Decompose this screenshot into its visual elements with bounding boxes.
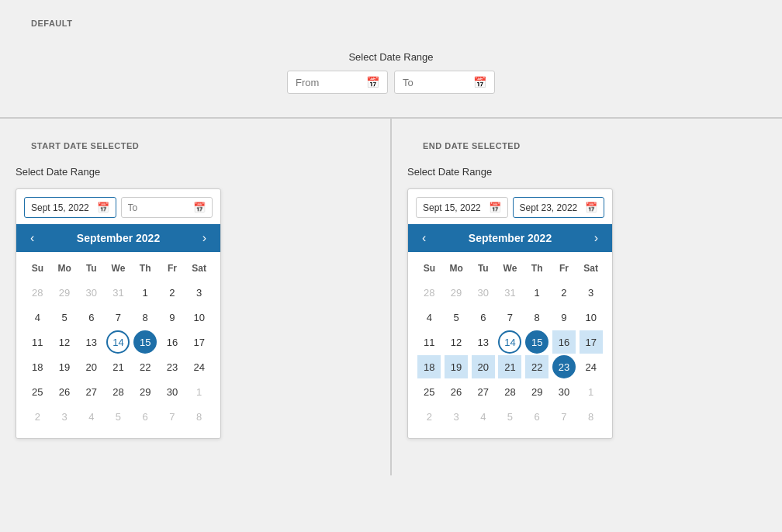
table-row[interactable]: 17 bbox=[188, 330, 211, 354]
table-row[interactable]: 31 bbox=[106, 281, 130, 304]
start-to-cal-icon[interactable]: 📅 bbox=[193, 202, 206, 213]
default-to-calendar-icon[interactable]: 📅 bbox=[473, 76, 486, 88]
table-row[interactable]: 28 bbox=[417, 281, 441, 304]
table-row[interactable]: 6 bbox=[133, 405, 157, 428]
end-range-18[interactable]: 18 bbox=[417, 355, 441, 378]
end-from-cal-icon[interactable]: 📅 bbox=[489, 202, 501, 213]
table-row[interactable]: 3 bbox=[53, 405, 76, 428]
table-row[interactable]: 11 bbox=[26, 330, 49, 354]
table-row[interactable]: 2 bbox=[26, 405, 49, 428]
table-row[interactable]: 18 bbox=[26, 355, 49, 378]
table-row[interactable]: 5 bbox=[106, 405, 130, 428]
end-range-19[interactable]: 19 bbox=[445, 355, 468, 378]
table-row[interactable]: 30 bbox=[552, 380, 576, 403]
table-row[interactable]: 30 bbox=[472, 281, 495, 304]
table-row[interactable]: 7 bbox=[498, 306, 521, 329]
table-row[interactable]: 28 bbox=[26, 281, 49, 304]
default-to-input[interactable] bbox=[403, 77, 472, 88]
table-row[interactable]: 8 bbox=[133, 306, 157, 329]
end-today-14[interactable]: 14 bbox=[498, 330, 521, 354]
table-row[interactable]: 1 bbox=[133, 281, 157, 304]
table-row[interactable]: 2 bbox=[161, 281, 184, 304]
table-row[interactable]: 22 bbox=[133, 355, 157, 378]
end-range-17[interactable]: 17 bbox=[580, 330, 603, 354]
start-to-input[interactable] bbox=[128, 202, 194, 213]
table-row[interactable]: 16 bbox=[161, 330, 184, 354]
table-row[interactable]: 29 bbox=[133, 380, 157, 403]
table-row[interactable]: 13 bbox=[80, 330, 103, 354]
end-selected-start-15[interactable]: 15 bbox=[525, 330, 548, 354]
table-row[interactable]: 30 bbox=[80, 281, 103, 304]
table-row[interactable]: 4 bbox=[80, 405, 103, 428]
end-to-input[interactable] bbox=[520, 202, 586, 213]
table-row[interactable]: 2 bbox=[552, 281, 576, 304]
table-row[interactable]: 29 bbox=[525, 380, 548, 403]
start-selected-15[interactable]: 15 bbox=[133, 330, 157, 354]
table-row[interactable]: 1 bbox=[525, 281, 548, 304]
end-range-21[interactable]: 21 bbox=[498, 355, 521, 378]
table-row[interactable]: 12 bbox=[445, 330, 468, 354]
table-row[interactable]: 9 bbox=[552, 306, 576, 329]
table-row[interactable]: 3 bbox=[580, 281, 603, 304]
table-row[interactable]: 24 bbox=[188, 355, 211, 378]
end-prev-month-button[interactable]: ‹ bbox=[419, 232, 429, 244]
table-row[interactable]: 4 bbox=[26, 306, 49, 329]
table-row[interactable]: 29 bbox=[53, 281, 76, 304]
start-next-month-button[interactable]: › bbox=[199, 232, 209, 244]
table-row[interactable]: 13 bbox=[472, 330, 495, 354]
default-from-wrapper[interactable]: 📅 bbox=[287, 71, 388, 94]
end-from-wrapper[interactable]: 📅 bbox=[416, 197, 508, 218]
end-to-wrapper[interactable]: 📅 bbox=[513, 197, 605, 218]
table-row[interactable]: 25 bbox=[26, 380, 49, 403]
default-from-input[interactable] bbox=[296, 77, 365, 88]
table-row[interactable]: 28 bbox=[498, 380, 521, 403]
start-from-input[interactable] bbox=[31, 202, 97, 213]
table-row[interactable]: 7 bbox=[552, 405, 576, 428]
table-row[interactable]: 3 bbox=[445, 405, 468, 428]
table-row[interactable]: 8 bbox=[525, 306, 548, 329]
default-from-calendar-icon[interactable]: 📅 bbox=[366, 76, 379, 88]
table-row[interactable]: 6 bbox=[80, 306, 103, 329]
table-row[interactable]: 7 bbox=[161, 405, 184, 428]
start-from-cal-icon[interactable]: 📅 bbox=[97, 202, 109, 213]
table-row[interactable]: 31 bbox=[498, 281, 521, 304]
default-to-wrapper[interactable]: 📅 bbox=[394, 71, 495, 94]
table-row[interactable]: 4 bbox=[472, 405, 495, 428]
table-row[interactable]: 25 bbox=[417, 380, 441, 403]
table-row[interactable]: 8 bbox=[580, 405, 603, 428]
end-range-20[interactable]: 20 bbox=[472, 355, 495, 378]
table-row[interactable]: 27 bbox=[80, 380, 103, 403]
table-row[interactable]: 12 bbox=[53, 330, 76, 354]
start-today-14[interactable]: 14 bbox=[106, 330, 130, 354]
table-row[interactable]: 20 bbox=[80, 355, 103, 378]
table-row[interactable]: 5 bbox=[53, 306, 76, 329]
table-row[interactable]: 3 bbox=[188, 281, 211, 304]
table-row[interactable]: 23 bbox=[161, 355, 184, 378]
table-row[interactable]: 9 bbox=[161, 306, 184, 329]
table-row[interactable]: 2 bbox=[417, 405, 441, 428]
end-range-22[interactable]: 22 bbox=[525, 355, 548, 378]
table-row[interactable]: 24 bbox=[580, 355, 603, 378]
table-row[interactable]: 26 bbox=[53, 380, 76, 403]
table-row[interactable]: 5 bbox=[498, 405, 521, 428]
table-row[interactable]: 4 bbox=[417, 306, 441, 329]
table-row[interactable]: 6 bbox=[525, 405, 548, 428]
end-selected-end-23[interactable]: 23 bbox=[552, 355, 576, 378]
table-row[interactable]: 10 bbox=[580, 306, 603, 329]
table-row[interactable]: 19 bbox=[53, 355, 76, 378]
table-row[interactable]: 26 bbox=[445, 380, 468, 403]
start-to-wrapper[interactable]: 📅 bbox=[121, 197, 213, 218]
end-range-16[interactable]: 16 bbox=[552, 330, 576, 354]
start-from-wrapper[interactable]: 📅 bbox=[24, 197, 116, 218]
table-row[interactable]: 21 bbox=[106, 355, 130, 378]
start-prev-month-button[interactable]: ‹ bbox=[27, 232, 37, 244]
table-row[interactable]: 29 bbox=[445, 281, 468, 304]
table-row[interactable]: 1 bbox=[188, 380, 211, 403]
table-row[interactable]: 27 bbox=[472, 380, 495, 403]
table-row[interactable]: 1 bbox=[580, 380, 603, 403]
table-row[interactable]: 11 bbox=[417, 330, 441, 354]
table-row[interactable]: 10 bbox=[188, 306, 211, 329]
end-to-cal-icon[interactable]: 📅 bbox=[585, 202, 597, 213]
end-from-input[interactable] bbox=[423, 202, 489, 213]
table-row[interactable]: 7 bbox=[106, 306, 130, 329]
